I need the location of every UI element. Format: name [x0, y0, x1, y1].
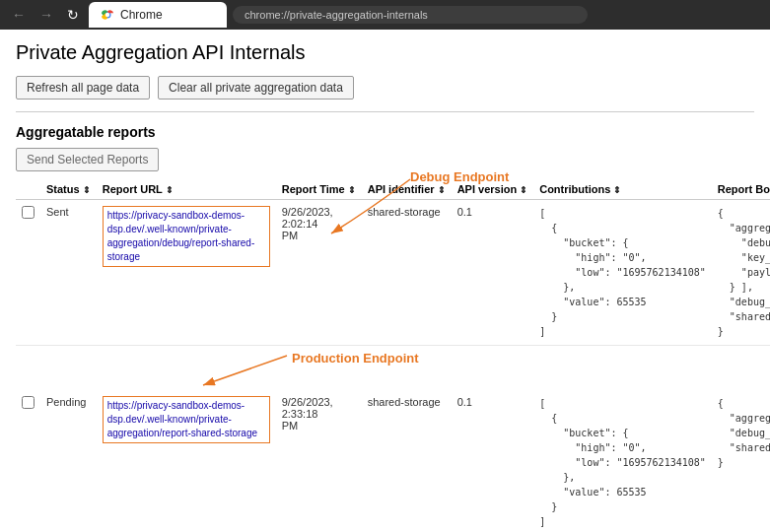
row2-contributions: [ { "bucket": { "high": "0", "low": "169… [533, 390, 712, 532]
row1-time: 9/26/2023, 2:02:14 PM [276, 200, 362, 346]
row1-status: Sent [40, 200, 97, 346]
browser-chrome: ← → ↻ Chrome chrome://private-aggregatio… [0, 0, 770, 30]
top-buttons: Refresh all page data Clear all private … [16, 76, 754, 112]
row2-status: Pending [40, 390, 97, 532]
row1-contributions: [ { "bucket": { "high": "0", "low": "169… [533, 200, 712, 346]
row2-time: 9/26/2023, 2:33:18 PM [276, 390, 362, 532]
col-checkbox [16, 179, 40, 200]
col-time: Report Time ⇕ [276, 179, 362, 200]
row2-api-id: shared-storage [362, 390, 452, 532]
page-title: Private Aggregation API Internals [16, 41, 754, 64]
row1-url: https://privacy-sandbox-demos-dsp.dev/.w… [97, 200, 276, 346]
col-status: Status ⇕ [40, 179, 97, 200]
row2-contributions-code: [ { "bucket": { "high": "0", "low": "169… [539, 398, 706, 527]
col-url: Report URL ⇕ [97, 179, 276, 200]
address-bar[interactable]: chrome://private-aggregation-internals [233, 6, 588, 24]
row1-body: { "aggregatio "debug_c "key_id "payloa }… [712, 200, 770, 346]
col-body: Report Body ⇕ [712, 179, 770, 200]
row2-checkbox[interactable] [22, 396, 35, 409]
send-selected-button[interactable]: Send Selected Reports [16, 148, 159, 171]
row2-body: { "aggregatio "debug_key" "shared_inf } [712, 390, 770, 532]
row1-contributions-code: [ { "bucket": { "high": "0", "low": "169… [539, 208, 706, 337]
row1-body-code: { "aggregatio "debug_c "key_id "payloa }… [718, 208, 770, 337]
tab-label: Chrome [120, 8, 163, 22]
row2-checkbox-cell [16, 390, 40, 532]
row1-checkbox[interactable] [22, 206, 35, 219]
svg-point-1 [105, 13, 109, 17]
reports-table: Status ⇕ Report URL ⇕ Report Time ⇕ API … [16, 179, 770, 532]
row1-api-id: shared-storage [362, 200, 452, 346]
back-button[interactable]: ← [8, 5, 30, 25]
table-row: Pending https://privacy-sandbox-demos-ds… [16, 390, 770, 532]
section-title: Aggregatable reports [16, 124, 754, 140]
col-api-ver: API version ⇕ [452, 179, 534, 200]
row1-checkbox-cell [16, 200, 40, 346]
production-arrow-icon [169, 348, 307, 390]
refresh-button[interactable]: ↻ [63, 5, 83, 25]
forward-button[interactable]: → [35, 5, 57, 25]
url-text: chrome://private-aggregation-internals [245, 9, 428, 21]
col-api-id: API identifier ⇕ [362, 179, 452, 200]
row2-url-box[interactable]: https://privacy-sandbox-demos-dsp.dev/.w… [103, 396, 270, 443]
refresh-page-button[interactable]: Refresh all page data [16, 76, 150, 100]
clear-data-button[interactable]: Clear all private aggregation data [158, 76, 354, 100]
col-contributions: Contributions ⇕ [533, 179, 712, 200]
table-row: Sent https://privacy-sandbox-demos-dsp.d… [16, 200, 770, 346]
annotation-row: Production Endpoint [16, 346, 770, 391]
browser-tab[interactable]: Chrome [89, 2, 227, 28]
production-endpoint-label: Production Endpoint [292, 351, 419, 366]
chrome-logo-icon [101, 8, 114, 22]
row2-body-code: { "aggregatio "debug_key" "shared_inf } [718, 398, 770, 468]
page-content: Private Aggregation API Internals Refres… [0, 30, 770, 532]
table-header-row: Status ⇕ Report URL ⇕ Report Time ⇕ API … [16, 179, 770, 200]
row1-api-ver: 0.1 [452, 200, 534, 346]
row2-url: https://privacy-sandbox-demos-dsp.dev/.w… [97, 390, 276, 532]
row2-api-ver: 0.1 [452, 390, 534, 532]
row1-url-box[interactable]: https://privacy-sandbox-demos-dsp.dev/.w… [103, 206, 270, 267]
table-wrapper: Debug Endpoint Status ⇕ Report URL ⇕ Rep… [16, 179, 754, 532]
